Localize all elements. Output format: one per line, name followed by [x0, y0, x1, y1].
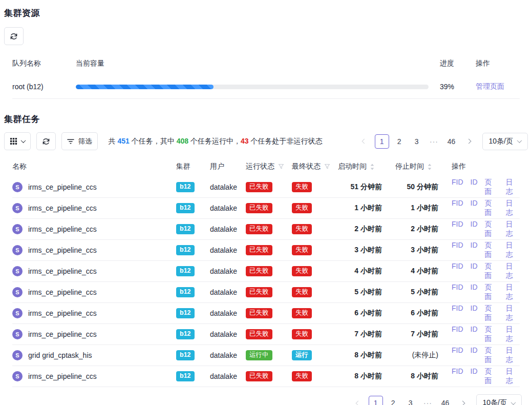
row-action-link[interactable]: 页面 — [485, 220, 499, 238]
user-cell: datalake — [210, 351, 246, 359]
col-action: 操作 — [476, 59, 520, 68]
pagination-page-46[interactable]: 46 — [438, 396, 453, 405]
run-status-badge: 已失败 — [246, 266, 272, 277]
row-action-link[interactable]: 日志 — [506, 283, 520, 301]
sort-icon[interactable] — [370, 164, 374, 170]
row-action-link[interactable]: FID — [452, 367, 463, 386]
row-actions: FIDID页面日志 — [452, 241, 520, 259]
user-cell: datalake — [210, 246, 246, 254]
row-action-link[interactable]: 页面 — [485, 262, 499, 280]
row-action-link[interactable]: 页面 — [485, 367, 499, 386]
row-action-link[interactable]: FID — [452, 325, 463, 343]
pagination-page-1[interactable]: 1 — [369, 396, 383, 405]
row-action-link[interactable]: ID — [471, 283, 478, 301]
capacity-cell — [76, 85, 440, 89]
row-action-link[interactable]: FID — [452, 241, 463, 259]
row-action-link[interactable]: 日志 — [506, 262, 520, 280]
avatar: S — [12, 350, 23, 360]
page-size-select[interactable]: 10条/页 — [476, 394, 522, 405]
progress-value: 39% — [440, 83, 476, 91]
filter-funnel-icon[interactable] — [278, 164, 284, 170]
top-pagination-wrap: 123···4610条/页 — [357, 133, 528, 150]
row-action-link[interactable]: ID — [471, 346, 478, 364]
row-action-link[interactable]: ID — [471, 262, 478, 280]
tasks-refresh-button[interactable] — [36, 132, 56, 150]
pagination-page-1[interactable]: 1 — [375, 134, 389, 149]
row-action-link[interactable]: 页面 — [485, 325, 499, 343]
row-action-link[interactable]: ID — [471, 241, 478, 259]
total-tasks-count: 451 — [118, 137, 130, 145]
name-cell: S irms_ce_pipeline_ccs — [12, 308, 176, 318]
cluster-tasks-title: 集群任务 — [4, 113, 528, 125]
cluster-badge: b12 — [176, 266, 195, 277]
pagination-prev-button[interactable] — [351, 396, 366, 405]
row-action-link[interactable]: FID — [452, 346, 463, 364]
row-action-link[interactable]: 页面 — [485, 283, 499, 301]
row-action-link[interactable]: ID — [471, 325, 478, 343]
pagination-ellipsis[interactable]: ··· — [421, 396, 435, 405]
row-action-link[interactable]: 日志 — [506, 199, 520, 217]
row-action-link[interactable]: 日志 — [506, 304, 520, 322]
avatar: S — [12, 203, 23, 213]
tasks-table-body: S irms_ce_pipeline_ccs b12 datalake 已失败 … — [12, 177, 520, 387]
stop-time: 2 小时前 — [395, 225, 452, 234]
cluster-badge: b12 — [176, 329, 195, 340]
row-action-link[interactable]: FID — [452, 283, 463, 301]
row-action-link[interactable]: FID — [452, 199, 463, 217]
row-action-link[interactable]: 页面 — [485, 178, 499, 196]
filter-funnel-icon[interactable] — [324, 164, 330, 170]
run-status-badge: 运行中 — [246, 350, 272, 361]
filter-button[interactable]: 筛选 — [61, 132, 98, 150]
row-action-link[interactable]: ID — [471, 178, 478, 196]
row-action-link[interactable]: ID — [471, 304, 478, 322]
cluster-badge: b12 — [176, 371, 195, 382]
filter-button-label: 筛选 — [78, 137, 92, 146]
run-status-badge: 已失败 — [246, 182, 272, 193]
start-time: 8 小时前 — [338, 351, 395, 360]
avatar: S — [12, 266, 23, 276]
row-action-link[interactable]: 页面 — [485, 346, 499, 364]
pagination-ellipsis[interactable]: ··· — [427, 134, 441, 149]
start-time: 2 小时前 — [338, 225, 395, 234]
pagination-page-2[interactable]: 2 — [386, 396, 400, 405]
user-cell: datalake — [210, 372, 246, 380]
manage-page-link[interactable]: 管理页面 — [476, 82, 504, 90]
row-action-link[interactable]: ID — [471, 367, 478, 386]
table-row: S irms_ce_pipeline_ccs b12 datalake 已失败 … — [12, 282, 520, 303]
row-action-link[interactable]: 日志 — [506, 346, 520, 364]
col-stop-time: 停止时间 — [395, 162, 452, 171]
row-action-link[interactable]: 日志 — [506, 241, 520, 259]
row-action-link[interactable]: 日志 — [506, 178, 520, 196]
row-action-link[interactable]: 页面 — [485, 199, 499, 217]
sort-icon[interactable] — [428, 164, 432, 170]
pagination-next-button[interactable] — [456, 396, 470, 405]
stop-time: 5 小时前 — [395, 288, 452, 297]
row-action-link[interactable]: FID — [452, 220, 463, 238]
row-action-link[interactable]: FID — [452, 178, 463, 196]
row-action-link[interactable]: ID — [471, 220, 478, 238]
cluster-badge: b12 — [176, 350, 195, 361]
run-status-badge: 已失败 — [246, 203, 272, 214]
row-action-link[interactable]: 页面 — [485, 304, 499, 322]
pagination-page-3[interactable]: 3 — [403, 396, 418, 405]
resources-table-row: root (b12) 39% 管理页面 — [12, 75, 520, 99]
page-size-select[interactable]: 10条/页 — [482, 133, 528, 150]
resources-refresh-button[interactable] — [4, 27, 24, 45]
row-action-link[interactable]: 日志 — [506, 325, 520, 343]
row-action-link[interactable]: 日志 — [506, 367, 520, 386]
pagination-next-button[interactable] — [462, 134, 476, 149]
name-cell: S grid grid_cptask_his — [12, 350, 176, 360]
pagination-page-3[interactable]: 3 — [410, 134, 424, 149]
pagination-page-46[interactable]: 46 — [444, 134, 459, 149]
row-action-link[interactable]: 页面 — [485, 241, 499, 259]
grid-icon — [10, 137, 17, 145]
pagination-prev-button[interactable] — [357, 134, 372, 149]
pagination-page-2[interactable]: 2 — [392, 134, 407, 149]
row-action-link[interactable]: FID — [452, 262, 463, 280]
column-layout-dropdown-button[interactable] — [4, 132, 31, 150]
queue-name: root (b12) — [12, 83, 76, 91]
row-action-link[interactable]: ID — [471, 199, 478, 217]
row-action-link[interactable]: 日志 — [506, 220, 520, 238]
row-action-link[interactable]: FID — [452, 304, 463, 322]
task-name: irms_ce_pipeline_ccs — [28, 246, 97, 254]
